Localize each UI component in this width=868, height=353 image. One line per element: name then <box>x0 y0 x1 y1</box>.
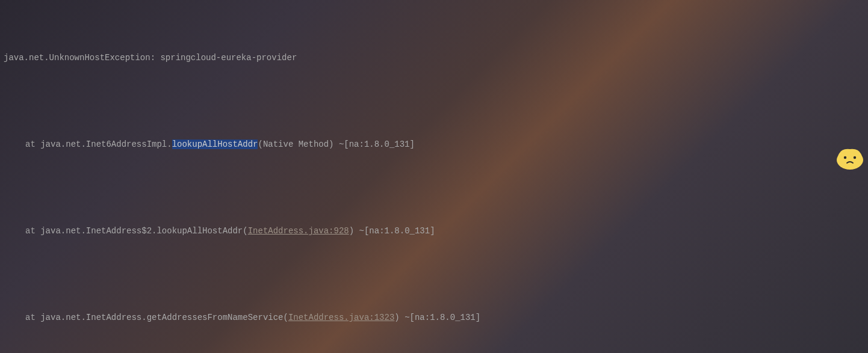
source-link[interactable]: InetAddress.java:928 <box>248 226 349 236</box>
assistant-avatar-icon[interactable] <box>835 146 864 170</box>
stack-frame: at java.net.InetAddress$2.lookupAllHostA… <box>4 220 868 242</box>
stack-trace[interactable]: java.net.UnknownHostException: springclo… <box>0 0 868 353</box>
exception-line: java.net.UnknownHostException: springclo… <box>4 47 868 69</box>
svg-point-2 <box>854 156 856 159</box>
source-link[interactable]: InetAddress.java:1323 <box>288 313 394 322</box>
stack-frame: at java.net.Inet6AddressImpl.lookupAllHo… <box>4 134 868 155</box>
selected-text[interactable]: lookupAllHostAddr <box>172 140 258 149</box>
svg-point-1 <box>844 156 846 159</box>
stack-frame: at java.net.InetAddress.getAddressesFrom… <box>4 307 868 328</box>
